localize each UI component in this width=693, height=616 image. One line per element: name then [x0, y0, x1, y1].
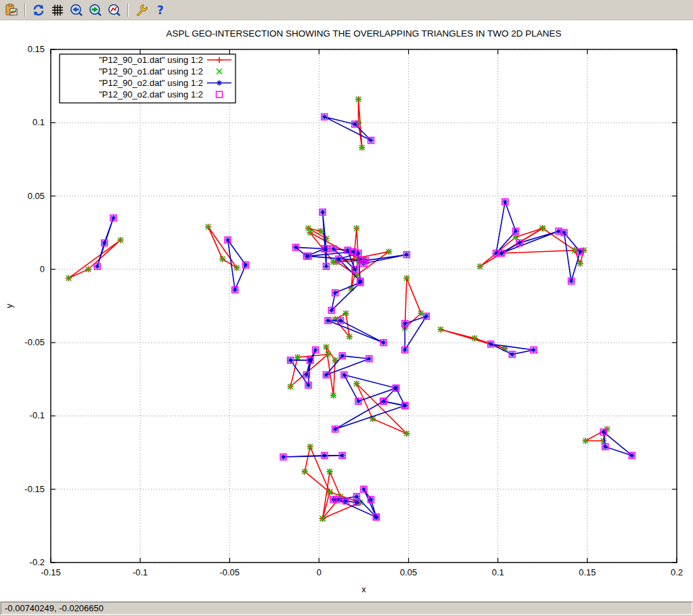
configure-button[interactable]	[133, 1, 150, 19]
svg-text:?: ?	[157, 3, 164, 17]
y-tick-label: 0	[40, 264, 45, 274]
x-axis-label: x	[361, 584, 366, 594]
next-zoom-button[interactable]	[87, 1, 104, 19]
blue-triangle	[324, 117, 371, 141]
y-tick-label: 0.05	[28, 191, 45, 201]
copy-to-clipboard-button[interactable]	[3, 1, 20, 19]
x-tick-label: -0.1	[133, 567, 148, 577]
y-tick-label: -0.05	[24, 337, 45, 347]
blue-triangle	[344, 375, 396, 401]
toolbar: ?	[0, 0, 693, 20]
blue-triangle	[335, 401, 405, 429]
y-tick-label: -0.2	[30, 557, 45, 567]
x-tick-label: 0.2	[671, 567, 683, 577]
plot-border	[51, 49, 677, 563]
help-button[interactable]: ?	[152, 1, 169, 19]
help-icon: ?	[154, 3, 167, 17]
x-tick-label: 0.05	[400, 567, 417, 577]
plot-canvas[interactable]: -0.15-0.1-0.0500.050.10.150.20.150.10.05…	[0, 20, 693, 601]
blue-triangle	[284, 456, 342, 457]
blue-triangle	[326, 356, 369, 375]
copy-plot-icon	[5, 3, 18, 17]
y-tick-label: -0.1	[30, 410, 45, 420]
red-triangle	[68, 240, 120, 278]
x-tick-label: 0.15	[579, 567, 596, 577]
legend-label: "P12_90_o2.dat" using 1:2	[99, 78, 203, 88]
legend-label: "P12_90_o1.dat" using 1:2	[99, 66, 203, 76]
toolbar-separator	[24, 3, 26, 17]
wrench-icon	[135, 3, 148, 17]
replot-button[interactable]	[30, 1, 47, 19]
x-tick-label: -0.05	[219, 567, 240, 577]
zoom-next-icon	[89, 3, 102, 17]
y-axis-label: y	[4, 303, 14, 308]
mouse-coordinates: -0.00740249, -0.0206650	[1, 602, 692, 615]
y-tick-label: 0.15	[28, 44, 45, 54]
legend-label: "P12_90_o1.dat" using 1:2	[99, 55, 203, 65]
blue-triangle	[328, 321, 384, 343]
refresh-icon	[32, 3, 45, 17]
status-bar: -0.00740249, -0.0206650	[0, 601, 693, 616]
zoom-reset-icon	[108, 3, 121, 17]
blue-triangle	[332, 282, 360, 310]
x-tick-label: 0.1	[492, 567, 504, 577]
legend-label: "P12_90_o2.dat" using 1:2	[99, 89, 203, 100]
x-tick-label: -0.15	[41, 567, 61, 577]
y-tick-label: -0.15	[24, 484, 45, 494]
zoom-previous-icon	[70, 3, 83, 17]
red-triangle	[441, 330, 505, 349]
blue-triangle	[307, 350, 315, 375]
previous-zoom-button[interactable]	[68, 1, 85, 19]
autoscale-button[interactable]	[106, 1, 123, 19]
toolbar-separator	[127, 3, 129, 17]
chart-title: ASPL GEO-INTERSECTION SHOWING THE OVERLA…	[166, 28, 562, 39]
plot-svg[interactable]: -0.15-0.1-0.0500.050.10.150.20.150.10.05…	[0, 20, 693, 601]
grid-icon	[51, 3, 64, 17]
blue-triangle	[364, 255, 407, 263]
y-tick-label: 0.1	[32, 117, 45, 127]
x-tick-label: 0	[317, 567, 321, 577]
toggle-grid-button[interactable]	[49, 1, 66, 19]
